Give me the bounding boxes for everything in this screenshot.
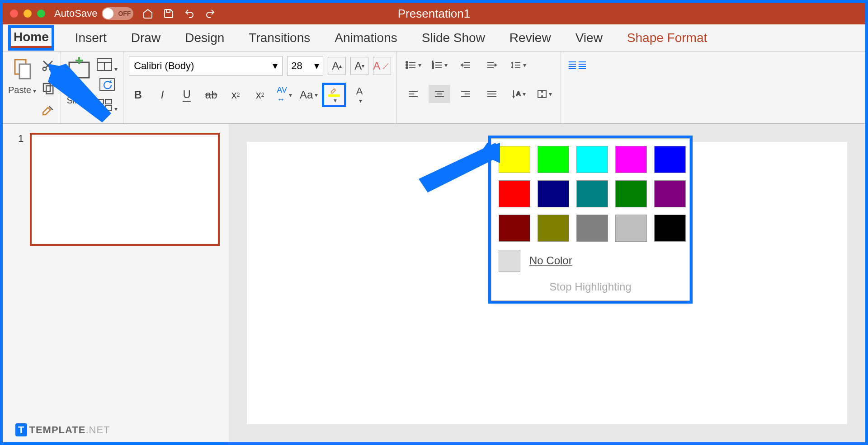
tab-design[interactable]: Design	[184, 29, 225, 47]
close-icon[interactable]	[10, 9, 18, 18]
save-icon[interactable]	[162, 7, 175, 20]
highlight-color-button[interactable]	[325, 86, 343, 104]
increase-indent-icon[interactable]	[481, 56, 503, 74]
group-font: Calibri (Body)▾ 28▾ A▴ A▾ A⟋ B I U ab x2…	[123, 52, 397, 123]
ribbon-tabs: Home Insert Draw Design Transitions Anim…	[3, 24, 865, 52]
color-swatch[interactable]	[499, 215, 530, 242]
paste-icon[interactable]	[11, 56, 33, 83]
no-color-option[interactable]: No Color	[499, 250, 682, 272]
stop-highlighting-option[interactable]: Stop Highlighting	[499, 281, 682, 293]
superscript-button[interactable]: x2	[226, 86, 245, 104]
tab-view[interactable]: View	[575, 29, 604, 47]
underline-button[interactable]: U	[178, 86, 196, 104]
tab-slide-show[interactable]: Slide Show	[421, 29, 486, 47]
bullets-icon[interactable]	[402, 56, 424, 74]
thumbnail-number: 1	[18, 133, 24, 145]
quick-access-toolbar	[142, 7, 217, 20]
subscript-button[interactable]: x2	[251, 86, 269, 104]
color-swatch[interactable]	[615, 146, 647, 173]
no-color-swatch-icon	[499, 250, 520, 272]
color-swatch[interactable]	[654, 180, 686, 207]
color-swatch[interactable]	[538, 180, 569, 207]
increase-font-icon[interactable]: A▴	[328, 57, 346, 75]
document-title: Presentation1	[398, 7, 470, 21]
redo-icon[interactable]	[204, 7, 217, 20]
no-color-label: No Color	[529, 254, 572, 267]
group-more: ≣≣	[561, 52, 594, 123]
autosave-toggle[interactable]: AutoSave OFF	[54, 7, 133, 20]
annotation-arrow-icon	[419, 143, 500, 197]
decrease-font-icon[interactable]: A▾	[350, 57, 368, 75]
tab-review[interactable]: Review	[509, 29, 552, 47]
watermark: TTEMPLATE.NET	[15, 424, 110, 436]
change-case-icon[interactable]: Aa	[300, 86, 318, 104]
clear-formatting-icon[interactable]: A⟋	[373, 57, 391, 75]
slide-thumbnails-panel[interactable]: 1	[3, 124, 229, 442]
home-icon[interactable]	[142, 7, 154, 20]
annotation-arrow-icon	[48, 64, 111, 127]
color-swatch[interactable]	[538, 146, 569, 173]
svg-point-22	[406, 67, 408, 69]
paste-label[interactable]: Paste	[8, 85, 36, 95]
color-swatch[interactable]	[615, 180, 647, 207]
align-center-icon[interactable]	[429, 85, 450, 103]
stop-highlighting-label: Stop Highlighting	[549, 281, 631, 293]
minimize-icon[interactable]	[24, 9, 32, 18]
numbering-icon[interactable]: 123	[429, 56, 450, 74]
columns-icon[interactable]: ≣≣	[566, 56, 588, 74]
color-swatches-grid	[499, 146, 682, 242]
color-swatch[interactable]	[576, 146, 608, 173]
title-bar: AutoSave OFF Presentation1	[3, 3, 865, 24]
svg-point-20	[406, 64, 408, 66]
slide-thumbnail-1[interactable]	[30, 133, 220, 246]
font-name-select[interactable]: Calibri (Body)▾	[129, 56, 283, 76]
svg-rect-2	[19, 64, 30, 79]
autosave-label: AutoSave	[54, 8, 97, 19]
autosave-switch[interactable]: OFF	[102, 7, 133, 20]
align-right-icon[interactable]	[455, 85, 476, 103]
font-color-button[interactable]: A	[350, 86, 368, 104]
color-swatch[interactable]	[654, 215, 686, 242]
tab-draw[interactable]: Draw	[130, 29, 161, 47]
ribbon: Paste New Slide Calibri (Body)▾	[3, 52, 865, 124]
justify-icon[interactable]	[481, 85, 503, 103]
strikethrough-button[interactable]: ab	[202, 86, 220, 104]
undo-icon[interactable]	[183, 7, 196, 20]
watermark-logo-icon: T	[15, 423, 27, 436]
color-swatch[interactable]	[654, 146, 686, 173]
svg-text:A: A	[516, 90, 521, 97]
tab-home[interactable]: Home	[11, 28, 52, 48]
tab-insert[interactable]: Insert	[74, 29, 108, 47]
highlight-color-menu: No Color Stop Highlighting	[491, 138, 690, 301]
character-spacing-icon[interactable]: AV↔	[275, 86, 293, 104]
svg-point-18	[406, 61, 408, 63]
bold-button[interactable]: B	[129, 86, 147, 104]
line-spacing-icon[interactable]	[507, 56, 529, 74]
color-swatch[interactable]	[499, 146, 530, 173]
color-swatch[interactable]	[576, 215, 608, 242]
color-swatch[interactable]	[576, 180, 608, 207]
text-direction-icon[interactable]: A	[507, 85, 529, 103]
svg-rect-0	[166, 9, 170, 12]
color-swatch[interactable]	[499, 180, 530, 207]
align-left-icon[interactable]	[402, 85, 424, 103]
maximize-icon[interactable]	[37, 9, 45, 18]
window-controls	[10, 9, 45, 18]
tab-shape-format[interactable]: Shape Format	[626, 29, 708, 47]
color-swatch[interactable]	[615, 215, 647, 242]
italic-button[interactable]: I	[153, 86, 171, 104]
align-text-icon[interactable]	[533, 85, 555, 103]
tab-animations[interactable]: Animations	[334, 29, 398, 47]
decrease-indent-icon[interactable]	[455, 56, 476, 74]
group-paragraph: 123 A	[397, 52, 561, 123]
tab-transitions[interactable]: Transitions	[248, 29, 311, 47]
font-size-select[interactable]: 28▾	[287, 56, 323, 76]
svg-text:3: 3	[432, 66, 434, 70]
color-swatch[interactable]	[538, 215, 569, 242]
